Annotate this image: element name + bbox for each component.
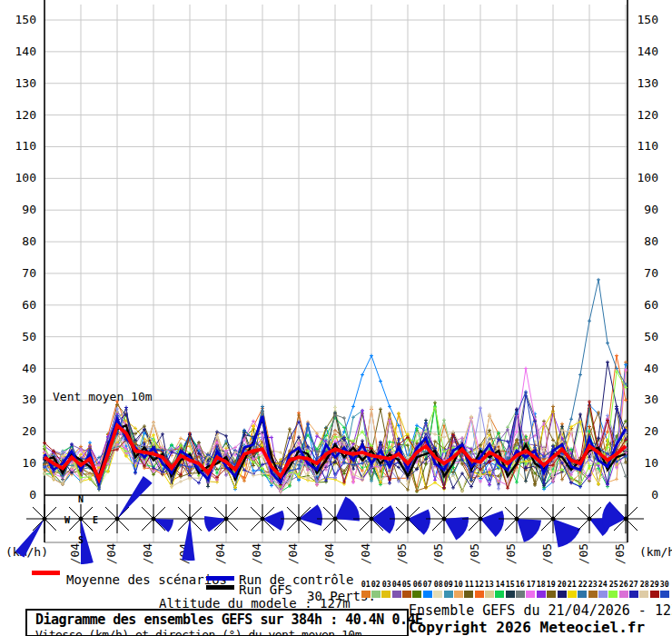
- y-tick-label-left: 60: [22, 298, 36, 312]
- pert-number: 06: [412, 581, 422, 589]
- y-tick-label-right: 150: [637, 13, 658, 26]
- pert-swatch: [650, 591, 659, 598]
- pert-swatch: [433, 591, 442, 598]
- pert-swatch: [444, 591, 453, 598]
- y-tick-label-left: 30: [22, 393, 36, 406]
- y-tick-label-right: 110: [637, 139, 658, 153]
- y-tick-label-right: 60: [644, 298, 658, 312]
- pert-number: 02: [371, 581, 380, 589]
- pert-swatch-cell: [557, 591, 567, 598]
- unit-label-right: (km/h): [639, 545, 672, 559]
- pert-number: 01: [361, 581, 371, 589]
- pert-number: 11: [464, 581, 474, 589]
- pert-number-text: 05: [402, 581, 411, 588]
- pert-swatch: [547, 591, 556, 598]
- pert-number: 24: [598, 581, 608, 589]
- chart-info-box: Diagramme des ensembles GEFS sur 384h : …: [25, 609, 409, 636]
- wind-direction-wedge: [335, 497, 360, 522]
- date-label: 24/04: [141, 543, 154, 565]
- pert-number: 10: [453, 581, 463, 589]
- pert-swatch-cell: [401, 591, 411, 598]
- rose-center-dot: [224, 517, 229, 522]
- rose-center-dot: [79, 517, 84, 522]
- y-tick-label-left: 90: [22, 203, 36, 216]
- rose-center-dot: [551, 517, 556, 522]
- mean-legend-label: Moyenne des scénarios: [66, 572, 227, 587]
- pert-swatch: [392, 591, 401, 598]
- y-tick-label-right: 10: [644, 456, 658, 470]
- pert-number-text: 15: [505, 581, 514, 588]
- rose-center-dot: [370, 517, 374, 522]
- pert-number: 18: [536, 581, 546, 589]
- y-tick-label-left: 20: [22, 424, 36, 438]
- pert-swatch-cell: [536, 591, 546, 598]
- pert-number: 21: [567, 581, 577, 589]
- y-tick-label-right: 20: [644, 424, 658, 438]
- pert-number-text: 02: [371, 581, 380, 588]
- date-label: 28/04: [286, 543, 300, 565]
- copyright-label: Copyright 2026 Meteociel.fr: [409, 619, 645, 636]
- pert-swatch-cell: [649, 591, 659, 598]
- pert-number-text: 20: [557, 581, 566, 588]
- y-tick-label-left: 40: [22, 362, 36, 375]
- pert-number-text: 10: [454, 581, 463, 588]
- pert-swatch: [485, 591, 494, 598]
- pert-number: 22: [578, 581, 588, 589]
- chart-annotation: Vent moyen 10m: [53, 390, 153, 403]
- pert-number-text: 07: [423, 581, 432, 588]
- pert-number-text: 01: [361, 581, 370, 588]
- pert-swatch: [495, 591, 504, 598]
- pert-swatch-cell: [608, 591, 618, 598]
- chart-subtitle: Vitesse (km/h) et direction (°) du vent …: [35, 628, 407, 636]
- pert-number-text: 29: [650, 581, 659, 588]
- pert-number: 30: [659, 581, 669, 589]
- pert-swatch: [361, 591, 371, 598]
- pert-number-text: 23: [588, 581, 597, 588]
- pert-swatch: [598, 591, 608, 598]
- pert-number: 04: [391, 581, 401, 589]
- pert-swatch: [381, 591, 390, 598]
- pert-number: 03: [381, 581, 391, 589]
- pert-number: 25: [608, 581, 618, 589]
- pert-swatch: [526, 591, 535, 598]
- pert-swatch: [423, 591, 432, 598]
- y-tick-label-left: 140: [15, 45, 36, 58]
- pert-number-text: 11: [464, 581, 473, 588]
- y-tick-label-left: 100: [15, 171, 36, 184]
- pert-swatch: [454, 591, 463, 598]
- pert-swatch: [371, 591, 380, 598]
- rose-center-dot: [297, 517, 301, 522]
- pert-number-text: 25: [608, 581, 618, 588]
- pert-number-text: 18: [537, 581, 546, 588]
- pert-swatch-cell: [588, 591, 598, 598]
- rose-center-dot: [479, 517, 483, 522]
- pert-swatch-cell: [546, 591, 556, 598]
- date-label: 05/05: [540, 543, 554, 565]
- run-info-label: Ensemble GEFS du 21/04/2026 - 12Z: [409, 602, 672, 619]
- date-label: 07/05: [613, 543, 627, 565]
- wind-direction-wedge: [408, 509, 430, 534]
- date-label: 29/04: [322, 543, 336, 565]
- control-legend-swatch: [206, 576, 234, 581]
- rose-center-dot: [152, 517, 156, 522]
- pert-number-text: 26: [618, 581, 628, 588]
- pert-swatch: [619, 591, 628, 598]
- pert-number-text: 27: [629, 581, 638, 588]
- rose-center-dot: [115, 517, 120, 522]
- pert-number: 29: [649, 581, 659, 589]
- y-tick-label-left: 80: [22, 234, 36, 248]
- y-tick-label-right: 100: [637, 171, 658, 184]
- wind-direction-wedge: [553, 519, 580, 548]
- wind-direction-wedge: [262, 511, 284, 531]
- rose-center-dot: [624, 517, 628, 522]
- date-label: 06/05: [577, 543, 590, 565]
- pert-swatch-cell: [618, 591, 628, 598]
- pert-swatch-cell: [422, 591, 432, 598]
- pert-swatch: [475, 591, 484, 598]
- pert-number: 17: [526, 581, 536, 589]
- pert-swatch-cell: [361, 591, 371, 598]
- y-tick-label-right: 30: [644, 393, 658, 406]
- pert-number-text: 30: [660, 581, 669, 588]
- rose-center-dot: [406, 517, 410, 522]
- pert-number: 07: [422, 581, 432, 589]
